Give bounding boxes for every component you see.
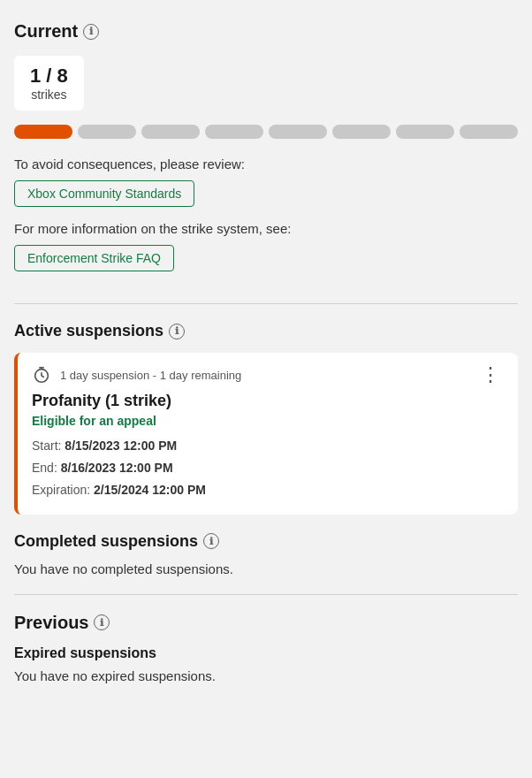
- active-suspensions-text: Active suspensions: [14, 322, 163, 340]
- progress-segment-2: [78, 125, 136, 139]
- expiration-value: 2/15/2024 12:00 PM: [94, 483, 206, 497]
- current-section-title: Current ℹ: [14, 21, 518, 42]
- progress-segment-3: [141, 125, 200, 139]
- completed-suspensions-info-icon[interactable]: ℹ: [203, 533, 219, 549]
- current-title-text: Current: [14, 21, 78, 42]
- strikes-number: 1 / 8: [30, 65, 68, 88]
- start-value: 8/15/2023 12:00 PM: [65, 439, 177, 453]
- previous-section-title: Previous ℹ: [14, 613, 518, 633]
- completed-empty-text: You have no completed suspensions.: [14, 561, 518, 576]
- suspension-appeal: Eligible for an appeal: [32, 414, 504, 428]
- suspension-card: 1 day suspension - 1 day remaining ⋮ Pro…: [14, 353, 518, 515]
- previous-title-text: Previous: [14, 613, 88, 633]
- progress-bar: [14, 125, 518, 139]
- timer-icon: [32, 365, 51, 385]
- expired-empty-text: You have no expired suspensions.: [14, 668, 518, 683]
- active-suspensions-title: Active suspensions ℹ: [14, 322, 518, 340]
- more-options-button[interactable]: ⋮: [477, 365, 504, 385]
- progress-segment-5: [269, 125, 327, 139]
- end-label: End:: [32, 461, 57, 475]
- suspension-start: Start: 8/15/2023 12:00 PM: [32, 435, 504, 457]
- avoid-consequences-text: To avoid consequences, please review:: [14, 156, 518, 172]
- previous-info-icon[interactable]: ℹ: [94, 614, 110, 630]
- suspension-header-left: 1 day suspension - 1 day remaining: [32, 365, 241, 385]
- current-info-icon[interactable]: ℹ: [83, 24, 99, 40]
- progress-segment-4: [205, 125, 263, 139]
- suspension-end: End: 8/16/2023 12:00 PM: [32, 457, 504, 479]
- divider-1: [14, 303, 518, 304]
- progress-segment-6: [332, 125, 391, 139]
- suspension-dates: Start: 8/15/2023 12:00 PM End: 8/16/2023…: [32, 435, 504, 502]
- strikes-box: 1 / 8 strikes: [14, 56, 84, 111]
- progress-segment-8: [460, 125, 518, 139]
- end-value: 8/16/2023 12:00 PM: [61, 461, 173, 475]
- faq-link[interactable]: Enforcement Strike FAQ: [14, 245, 174, 271]
- start-label: Start:: [32, 439, 61, 453]
- progress-segment-1: [14, 125, 72, 139]
- expired-suspensions-title: Expired suspensions: [14, 645, 518, 661]
- suspension-expiration: Expiration: 2/15/2024 12:00 PM: [32, 479, 504, 501]
- progress-segment-7: [396, 125, 454, 139]
- completed-suspensions-title: Completed suspensions ℹ: [14, 532, 518, 551]
- active-suspensions-info-icon[interactable]: ℹ: [169, 324, 185, 339]
- expiration-label: Expiration:: [32, 483, 90, 497]
- xbox-standards-link[interactable]: Xbox Community Standards: [14, 180, 194, 207]
- completed-suspensions-text: Completed suspensions: [14, 532, 198, 551]
- suspension-title: Profanity (1 strike): [32, 392, 504, 410]
- suspension-duration: 1 day suspension - 1 day remaining: [60, 369, 241, 382]
- suspension-card-header: 1 day suspension - 1 day remaining ⋮: [32, 365, 504, 385]
- divider-2: [14, 594, 518, 595]
- more-info-text: For more information on the strike syste…: [14, 221, 518, 236]
- strikes-label: strikes: [31, 88, 66, 102]
